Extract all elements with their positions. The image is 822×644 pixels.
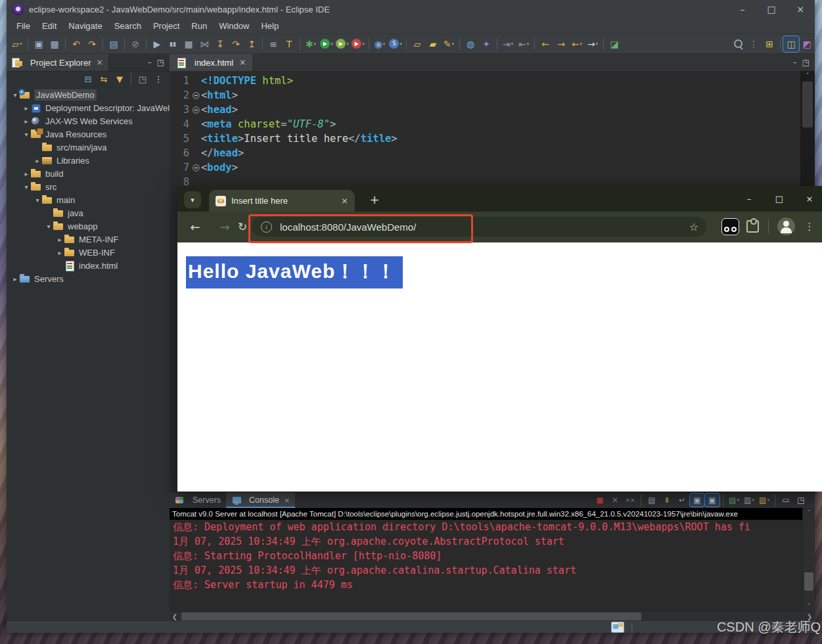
perspective-java-icon[interactable]: ◩ xyxy=(799,36,815,52)
console-scroll-left-icon[interactable]: ❮ xyxy=(170,613,180,620)
maximize-button[interactable]: □ xyxy=(757,0,786,18)
filter-icon[interactable]: ▼ xyxy=(112,72,127,86)
next-annotation-icon[interactable]: ⇥▾ xyxy=(500,36,516,52)
tree-item-jax-ws-web-services[interactable]: ▸JAX-WS Web Services xyxy=(7,114,170,127)
tree-item-servers[interactable]: ▸Servers xyxy=(7,272,170,285)
back-to-editor-icon[interactable]: ← xyxy=(537,36,553,52)
minimize-editor-icon[interactable]: – xyxy=(793,58,797,67)
tree-item-meta-inf[interactable]: ▸META-INF xyxy=(7,233,170,246)
editor-tab-index-html[interactable]: index.html × xyxy=(170,54,252,71)
collapse-arrow-icon[interactable]: ▾ xyxy=(22,131,31,138)
last-edit-location-icon[interactable]: ◪ xyxy=(606,36,622,52)
profile-avatar[interactable] xyxy=(777,218,795,235)
tab-servers[interactable]: Servers xyxy=(170,492,226,508)
profile-icon[interactable]: ▶▾ xyxy=(350,36,366,52)
tree-item-webapp[interactable]: ▾webapp xyxy=(7,219,170,233)
fold-marker-icon[interactable] xyxy=(191,106,201,114)
skip-all-breakpoints-icon[interactable]: S▾ xyxy=(388,36,403,52)
build-all-icon[interactable]: ⊘ xyxy=(127,36,143,52)
close-editor-icon[interactable]: × xyxy=(239,58,246,67)
expand-arrow-icon[interactable]: ▸ xyxy=(33,157,42,164)
maximize-editor-icon[interactable]: ◳ xyxy=(802,58,810,67)
browser-tab[interactable]: Insert title here × xyxy=(209,190,355,212)
editor-vscroll-thumb[interactable] xyxy=(802,81,813,127)
coverage-icon[interactable]: ▶▾ xyxy=(334,36,350,52)
tree-item-javawebdemo[interactable]: ▾JavaWebDemo xyxy=(7,88,170,101)
terminate-console-icon[interactable]: ■ xyxy=(593,494,607,507)
open-folder-icon[interactable]: ▱ xyxy=(409,36,425,52)
link-with-editor-icon[interactable]: ⇆ xyxy=(97,72,111,86)
status-dots-icon[interactable]: ⋮ xyxy=(628,621,636,633)
open-web-browser-icon[interactable]: ◍ xyxy=(463,36,478,52)
debug-resume-icon[interactable]: ▶ xyxy=(149,36,165,52)
expand-arrow-icon[interactable]: ▸ xyxy=(22,118,31,125)
tree-item-src[interactable]: ▾src xyxy=(7,180,170,193)
tree-item-main[interactable]: ▾main xyxy=(7,193,170,206)
new-console-view-icon[interactable]: ▧▾ xyxy=(757,494,771,507)
extensions-puzzle-icon[interactable] xyxy=(746,220,759,233)
maximize-view-icon[interactable]: ◳ xyxy=(157,58,164,67)
code-line[interactable]: 2<html> xyxy=(170,88,800,103)
collapse-all-icon[interactable]: ⊟ xyxy=(81,72,95,86)
new-wizard-icon[interactable]: ▱▾ xyxy=(9,36,25,52)
undo-icon[interactable]: ↶ xyxy=(68,36,84,52)
step-over-icon[interactable]: ↷ xyxy=(228,36,244,52)
minimize-button[interactable]: – xyxy=(728,0,757,18)
code-line[interactable]: 5<title>Insert title here</title> xyxy=(170,131,800,146)
word-wrap-icon[interactable]: ↵ xyxy=(675,494,689,507)
extension-goggles-icon[interactable] xyxy=(721,218,739,235)
console-vscrollbar[interactable]: ˄ ˅ xyxy=(802,508,815,610)
scroll-up-icon[interactable]: ˄ xyxy=(800,72,815,80)
code-line[interactable]: 1<!DOCTYPE html> xyxy=(170,74,800,88)
tree-item-deployment-descriptor-javawel[interactable]: ▸Deployment Descriptor: JavaWel xyxy=(7,101,170,114)
disconnect-icon[interactable]: ⋈ xyxy=(196,36,212,52)
display-console-icon[interactable]: ▥▾ xyxy=(742,494,756,507)
code-line[interactable]: 6</head> xyxy=(170,146,800,160)
expand-arrow-icon[interactable]: ▸ xyxy=(22,104,31,112)
console-log[interactable]: 信息: Deployment of web application direct… xyxy=(170,520,803,610)
open-perspective-icon[interactable]: ⊞ xyxy=(762,36,777,52)
tree-item-index-html[interactable]: index.html xyxy=(7,259,170,272)
close-console-icon[interactable]: × xyxy=(284,496,290,505)
fold-marker-icon[interactable] xyxy=(191,164,201,172)
console-hscroll-thumb[interactable] xyxy=(181,612,641,620)
show-on-stderr-icon[interactable]: ▣ xyxy=(705,494,719,507)
browser-menu-icon[interactable]: ⋮ xyxy=(804,218,815,235)
perspective-javaee-icon[interactable]: ◫ xyxy=(783,36,799,52)
close-view-icon[interactable]: × xyxy=(96,58,103,67)
redo-icon[interactable]: ↷ xyxy=(84,36,100,52)
close-button[interactable]: × xyxy=(786,0,815,18)
maximize-view-icon[interactable]: ◳ xyxy=(794,494,808,507)
run-icon[interactable]: ▶▾ xyxy=(319,36,334,52)
console-scroll-up-icon[interactable]: ˄ xyxy=(803,509,815,516)
debug-icon[interactable]: ✱▾ xyxy=(303,36,319,52)
save-icon[interactable]: ▣ xyxy=(31,36,47,52)
focus-view-icon[interactable]: ◳ xyxy=(135,72,150,86)
suspend-icon[interactable]: ▮▮ xyxy=(165,36,181,52)
open-console-icon[interactable]: ▤▾ xyxy=(727,494,741,507)
browser-minimize-button[interactable]: – xyxy=(739,190,759,207)
clear-console-icon[interactable]: ▤ xyxy=(645,494,659,507)
profile-point-icon[interactable]: T xyxy=(281,36,297,52)
tree-item-java[interactable]: java xyxy=(7,206,170,219)
browser-close-button[interactable]: × xyxy=(800,190,819,207)
menu-help[interactable]: Help xyxy=(255,19,285,33)
page-heading-selected[interactable]: Hello JavaWeb！！！ xyxy=(186,256,403,288)
tree-item-src-main-java[interactable]: src/main/java xyxy=(7,141,170,154)
new-server-icon[interactable]: ◉▾ xyxy=(372,36,388,52)
step-into-icon[interactable]: ↧ xyxy=(212,36,228,52)
forward-history-icon[interactable]: →▾ xyxy=(585,36,601,52)
console-scroll-down-icon[interactable]: ˅ xyxy=(803,603,815,609)
code-line[interactable]: 4<meta charset="UTF-8"> xyxy=(170,117,800,131)
minimize-view-icon[interactable]: ▭ xyxy=(779,494,793,507)
console-indicator-icon[interactable] xyxy=(611,622,624,633)
menu-run[interactable]: Run xyxy=(185,19,213,33)
back-icon[interactable]: ← xyxy=(187,218,204,235)
menu-navigate[interactable]: Navigate xyxy=(62,19,108,33)
save-all-icon[interactable]: ▦ xyxy=(47,36,62,52)
tree-item-java-resources[interactable]: ▾Java Resources xyxy=(7,127,170,141)
minimize-view-icon[interactable]: – xyxy=(148,58,152,67)
new-tab-button[interactable]: + xyxy=(367,191,382,207)
tree-item-build[interactable]: ▸build xyxy=(7,167,170,180)
tab-console[interactable]: Console × xyxy=(226,492,295,508)
